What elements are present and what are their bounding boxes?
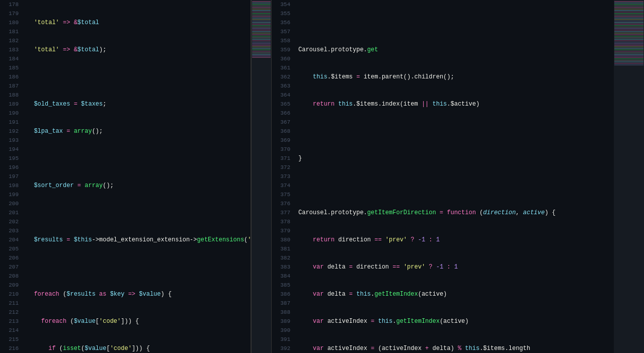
right-minimap[interactable] (614, 0, 644, 353)
left-code-panel: 178 179 180 181 182 183 184 185 186 187 … (0, 0, 252, 353)
right-line-numbers: 354 355 356 357 358 359 360 361 362 363 … (272, 0, 294, 353)
right-code-content[interactable]: Carousel.prototype.get this.$items = ite… (294, 0, 614, 353)
left-code-content[interactable]: 'total' => &$total 'total' => &$total); … (23, 0, 251, 353)
left-line-numbers: 178 179 180 181 182 183 184 185 186 187 … (0, 0, 23, 353)
editor-container: 178 179 180 181 182 183 184 185 186 187 … (0, 0, 644, 353)
left-minimap[interactable] (252, 0, 272, 353)
right-code-panel: 354 355 356 357 358 359 360 361 362 363 … (272, 0, 614, 353)
